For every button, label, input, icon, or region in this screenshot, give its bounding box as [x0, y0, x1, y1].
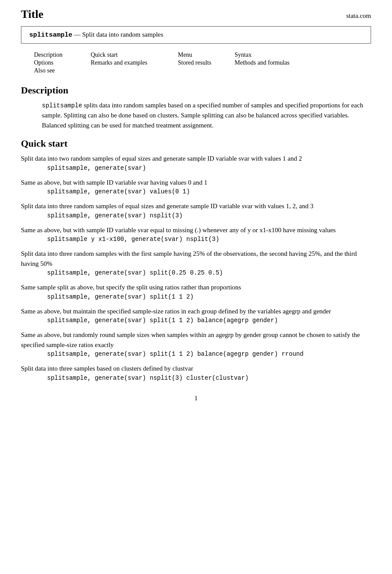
nav-options[interactable]: Options: [34, 59, 91, 66]
qs-code-3: splitsample, generate(svar) nsplit(3): [47, 212, 371, 219]
qs-code-1: splitsample, generate(svar): [47, 165, 371, 172]
command-box: splitsample — Split data into random sam…: [21, 26, 371, 44]
qs-desc-9: Split data into three samples based on c…: [21, 365, 193, 372]
qs-desc-2: Same as above, but with sample ID variab…: [21, 179, 207, 186]
nav-remarks[interactable]: Remarks and examples: [91, 59, 178, 66]
qs-item-6: Same sample split as above, but specify …: [21, 282, 371, 300]
page-number: 1: [21, 395, 371, 402]
qs-desc-7: Same as above, but maintain the specifie…: [21, 308, 331, 315]
qs-code-7: splitsample, generate(svar) split(1 1 2)…: [47, 317, 371, 324]
qs-item-9: Split data into three samples based on c…: [21, 364, 371, 382]
qs-desc-4: Same as above, but with sample ID variab…: [21, 227, 336, 234]
qs-item-8: Same as above, but randomly round sample…: [21, 330, 371, 357]
nav-also-see[interactable]: Also see: [34, 67, 91, 74]
page-title: Title: [21, 8, 44, 21]
description-heading: Description: [21, 85, 371, 96]
qs-desc-6: Same sample split as above, but specify …: [21, 284, 241, 291]
qs-desc-5: Split data into three random samples wit…: [21, 250, 357, 267]
qs-item-1: Split data into two random samples of eq…: [21, 154, 371, 172]
header: Title stata.com: [21, 8, 371, 21]
qs-code-6: splitsample, generate(svar) split(1 1 2): [47, 293, 371, 300]
description-paragraph: splitsample splits data into random samp…: [42, 100, 371, 130]
qs-desc-8: Same as above, but randomly round sample…: [21, 331, 360, 348]
qs-code-5: splitsample, generate(svar) split(0.25 0…: [47, 269, 371, 276]
qs-desc-1: Split data into two random samples of eq…: [21, 155, 302, 162]
qs-code-4: splitsample y x1-x100, generate(svar) ns…: [47, 236, 371, 243]
qs-item-7: Same as above, but maintain the specifie…: [21, 306, 371, 324]
qs-item-4: Same as above, but with sample ID variab…: [21, 225, 371, 243]
nav-stored-results[interactable]: Stored results: [178, 59, 235, 66]
nav-syntax[interactable]: Syntax: [235, 52, 331, 58]
nav-table: Description Quick start Menu Syntax Opti…: [34, 52, 371, 74]
command-description: Split data into random samples: [82, 31, 164, 38]
command-name: splitsample: [29, 31, 72, 39]
qs-code-2: splitsample, generate(svar) values(0 1): [47, 188, 371, 195]
nav-methods[interactable]: Methods and formulas: [235, 59, 331, 66]
stata-com-label: stata.com: [346, 12, 371, 20]
nav-quickstart[interactable]: Quick start: [91, 52, 178, 58]
quickstart-section: Split data into two random samples of eq…: [21, 154, 371, 382]
description-text: splits data into random samples based on…: [42, 102, 363, 129]
nav-menu[interactable]: Menu: [178, 52, 235, 58]
qs-item-2: Same as above, but with sample ID variab…: [21, 178, 371, 196]
qs-code-8: splitsample, generate(svar) split(1 1 2)…: [47, 351, 371, 357]
quickstart-heading: Quick start: [21, 138, 371, 149]
qs-code-9: splitsample, generate(svar) nsplit(3) cl…: [47, 375, 371, 382]
qs-desc-3: Split data into three random samples of …: [21, 203, 314, 210]
qs-item-3: Split data into three random samples of …: [21, 201, 371, 219]
nav-description[interactable]: Description: [34, 52, 91, 58]
qs-item-5: Split data into three random samples wit…: [21, 249, 371, 276]
page: Title stata.com splitsample — Split data…: [0, 0, 392, 574]
splitsample-inline: splitsample: [42, 102, 82, 109]
command-dash: —: [74, 31, 81, 38]
